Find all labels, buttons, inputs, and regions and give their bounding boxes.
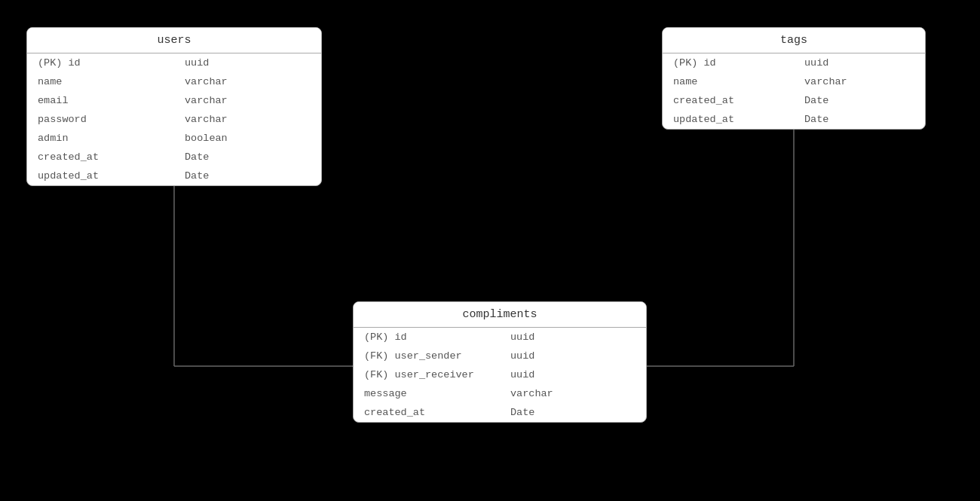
table-cell-name: updated_at — [663, 110, 794, 129]
table-cell-type: uuid — [500, 365, 646, 384]
table-cell-type: Date — [794, 91, 925, 110]
table-cell-name: (FK) user_sender — [354, 347, 500, 365]
table-cell-type: varchar — [794, 72, 925, 91]
table-users-header: users — [27, 28, 321, 53]
table-tags-body: (PK) iduuidnamevarcharcreated_atDateupda… — [663, 53, 925, 129]
table-compliments-header: compliments — [354, 302, 646, 328]
table-cell-type: varchar — [500, 384, 646, 403]
table-cell-name: password — [27, 110, 174, 129]
table-cell-type: varchar — [174, 72, 321, 91]
table-users-body: (PK) iduuidnamevarcharemailvarcharpasswo… — [27, 53, 321, 185]
table-cell-type: uuid — [794, 53, 925, 72]
table-cell-name: name — [27, 72, 174, 91]
table-cell-name: admin — [27, 129, 174, 148]
table-cell-name: (PK) id — [663, 53, 794, 72]
table-cell-type: uuid — [500, 328, 646, 347]
table-cell-name: message — [354, 384, 500, 403]
table-cell-name: email — [27, 91, 174, 110]
table-cell-name: updated_at — [27, 166, 174, 185]
table-cell-name: name — [663, 72, 794, 91]
table-tags-header: tags — [663, 28, 925, 53]
diagram-container: users (PK) iduuidnamevarcharemailvarchar… — [0, 0, 980, 501]
table-cell-type: Date — [174, 166, 321, 185]
table-cell-type: boolean — [174, 129, 321, 148]
table-compliments-body: (PK) iduuid(FK) user_senderuuid(FK) user… — [354, 328, 646, 422]
table-cell-type: Date — [794, 110, 925, 129]
table-users: users (PK) iduuidnamevarcharemailvarchar… — [26, 27, 322, 186]
table-cell-name: (FK) user_receiver — [354, 365, 500, 384]
table-cell-name: (PK) id — [354, 328, 500, 347]
table-tags: tags (PK) iduuidnamevarcharcreated_atDat… — [662, 27, 926, 130]
table-cell-name: created_at — [354, 403, 500, 422]
table-cell-type: Date — [500, 403, 646, 422]
table-cell-type: varchar — [174, 110, 321, 129]
table-cell-name: (PK) id — [27, 53, 174, 72]
table-cell-type: uuid — [500, 347, 646, 365]
table-cell-type: uuid — [174, 53, 321, 72]
table-cell-type: Date — [174, 148, 321, 166]
table-cell-name: created_at — [27, 148, 174, 166]
table-compliments: compliments (PK) iduuid(FK) user_senderu… — [353, 301, 647, 423]
table-cell-type: varchar — [174, 91, 321, 110]
table-cell-name: created_at — [663, 91, 794, 110]
